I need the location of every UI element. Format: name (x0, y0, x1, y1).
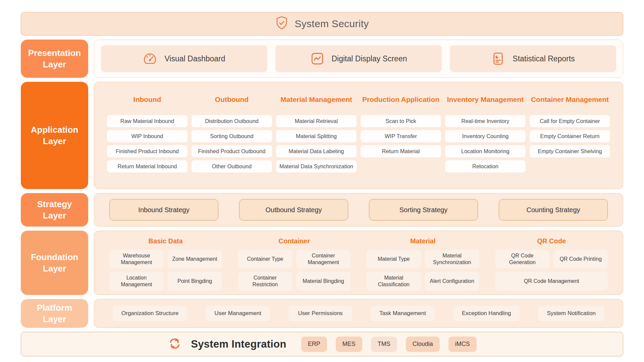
presentation-card-digital-display: Digital Display Screen (275, 45, 442, 72)
system-chip-mes: MES (336, 337, 362, 352)
layer-row-foundation: Foundation Layer Basic Data Warehouse Ma… (21, 231, 623, 295)
foundation-group-title: Container (238, 236, 351, 246)
foundation-item: Material Type (367, 250, 421, 268)
foundation-item: Material Synchronization (425, 250, 479, 268)
foundation-group-title: QR Code (495, 236, 608, 246)
foundation-item: Material Classification (367, 272, 421, 291)
architecture-diagram: System Security Presentation Layer Visua… (0, 0, 644, 362)
app-column-title: Material Management (276, 89, 357, 110)
layer-row-strategy: Strategy Layer Inbound Strategy Outbound… (21, 193, 623, 227)
layer-label-strategy: Strategy Layer (21, 193, 88, 227)
app-column-title: Outbound (192, 89, 272, 110)
sync-icon (167, 336, 182, 352)
foundation-item: Container Type (238, 250, 292, 268)
foundation-item: Alert Configuration (425, 272, 479, 291)
integration-bar: System Integration ERP MES TMS Cloudia i… (21, 332, 623, 356)
platform-item-user-management: User Management (206, 306, 270, 321)
foundation-group-material: Material Material Type Material Synchron… (367, 236, 479, 295)
app-item: Finished Product Inbound (107, 145, 187, 158)
app-item: Material Retrieval (276, 115, 357, 127)
app-item: Other Outbound (192, 160, 272, 173)
platform-item-exception-handling: Exception Handling (453, 306, 520, 321)
app-column-inbound: Inbound Raw Material Inbound WIP Inbound… (107, 89, 187, 189)
foundation-item: Location Management (109, 272, 164, 291)
app-item: Location Monitoring (445, 145, 526, 158)
gauge-icon (143, 52, 157, 66)
platform-item-organization-structure: Organization Structure (113, 306, 187, 321)
app-item: Empty Container Return (530, 130, 610, 142)
app-column-title: Production Application (361, 89, 441, 110)
system-chip-cloudia: Cloudia (406, 337, 440, 352)
app-item: Material Splitting (276, 130, 357, 142)
layer-row-platform: Platform Layer Organization Structure Us… (21, 299, 623, 328)
foundation-item: Material Bingding (296, 272, 351, 291)
foundation-item: Zone Management (168, 250, 222, 268)
security-title: System Security (294, 18, 369, 29)
foundation-panel: Basic Data Warehouse Management Zone Man… (94, 231, 623, 295)
foundation-item: QR Code Printing (553, 250, 608, 268)
presentation-card-visual-dashboard: Visual Dashboard (101, 45, 267, 72)
foundation-item: Point Bingding (168, 272, 222, 291)
display-chart-icon (310, 52, 324, 66)
platform-item-user-permissions: User Permissions (288, 306, 352, 321)
app-item: Relocation (445, 160, 526, 173)
app-column-outbound: Outbound Distribution Outbound Sorting O… (192, 89, 272, 189)
app-item: Raw Material Inbound (107, 115, 187, 127)
shield-check-icon (275, 16, 288, 32)
app-item: Empty Container Shelving (530, 145, 610, 158)
layer-row-presentation: Presentation Layer Visual Dashboard (21, 40, 623, 78)
app-column-material-management: Material Management Material Retrieval M… (276, 89, 357, 189)
app-item: Sorting Outbound (192, 130, 272, 142)
foundation-item: QR Code Management (495, 272, 608, 291)
presentation-card-label: Visual Dashboard (164, 54, 225, 63)
layer-label-application: Application Layer (21, 82, 88, 189)
app-item: Distribution Outbound (192, 115, 272, 127)
foundation-group-title: Material (367, 236, 479, 246)
foundation-item: Container Restriction (238, 272, 292, 291)
app-column-inventory-management: Inventory Management Real-time Inventory… (445, 89, 526, 189)
app-item: WIP Inbound (107, 130, 187, 142)
strategy-box-sorting: Sorting Strategy (369, 199, 478, 221)
app-item: WIP Transfer (361, 130, 441, 142)
app-column-container-management: Container Management Call for Empty Cont… (530, 89, 610, 189)
app-column-title: Inbound (107, 89, 187, 110)
strategy-box-outbound: Outbound Strategy (239, 199, 348, 221)
system-chip-tms: TMS (371, 337, 397, 352)
strategy-box-counting: Counting Strategy (499, 199, 608, 221)
layer-label-platform: Platform Layer (21, 299, 88, 328)
system-chip-imcs: iMCS (448, 337, 477, 352)
foundation-group-basic-data: Basic Data Warehouse Management Zone Man… (109, 236, 222, 295)
application-panel: Inbound Raw Material Inbound WIP Inbound… (94, 82, 623, 189)
app-item: Material Data Labeling (276, 145, 357, 158)
foundation-group-container: Container Container Type Container Manag… (238, 236, 351, 295)
app-column-title: Inventory Management (445, 89, 526, 110)
foundation-group-title: Basic Data (109, 236, 222, 246)
foundation-group-qr-code: QR Code QR Code Generation QR Code Print… (495, 236, 608, 295)
foundation-item: Container Management (296, 250, 351, 268)
app-item: Return Material (361, 145, 441, 158)
security-bar: System Security (21, 12, 623, 36)
app-column-production-application: Production Application Scan to Pick WIP … (361, 89, 441, 189)
report-icon (491, 52, 505, 66)
foundation-item: QR Code Generation (495, 250, 550, 268)
app-column-title: Container Management (530, 89, 610, 110)
layer-row-application: Application Layer Inbound Raw Material I… (21, 82, 623, 189)
system-chip-erp: ERP (301, 337, 327, 352)
app-item: Scan to Pick (361, 115, 441, 127)
strategy-panel: Inbound Strategy Outbound Strategy Sorti… (94, 193, 623, 227)
integration-title: System Integration (191, 338, 286, 350)
presentation-panel: Visual Dashboard Digital Display Screen (94, 40, 623, 78)
app-item: Inventory Counting (445, 130, 526, 142)
layer-label-presentation: Presentation Layer (21, 40, 88, 78)
presentation-card-label: Statistical Reports (513, 54, 575, 63)
platform-panel: Organization Structure User Management U… (94, 299, 623, 328)
app-item: Finished Product Outbound (192, 145, 272, 158)
presentation-card-label: Digital Display Screen (332, 54, 407, 63)
platform-item-system-notification: System Notification (538, 306, 604, 321)
app-item: Call for Empty Container (530, 115, 610, 127)
app-item: Material Data Synchronization (276, 160, 357, 173)
platform-item-task-management: Task Management (371, 306, 435, 321)
app-item: Real-time Inventory (445, 115, 526, 127)
app-item: Return Material Inbound (107, 160, 187, 173)
strategy-box-inbound: Inbound Strategy (109, 199, 218, 221)
